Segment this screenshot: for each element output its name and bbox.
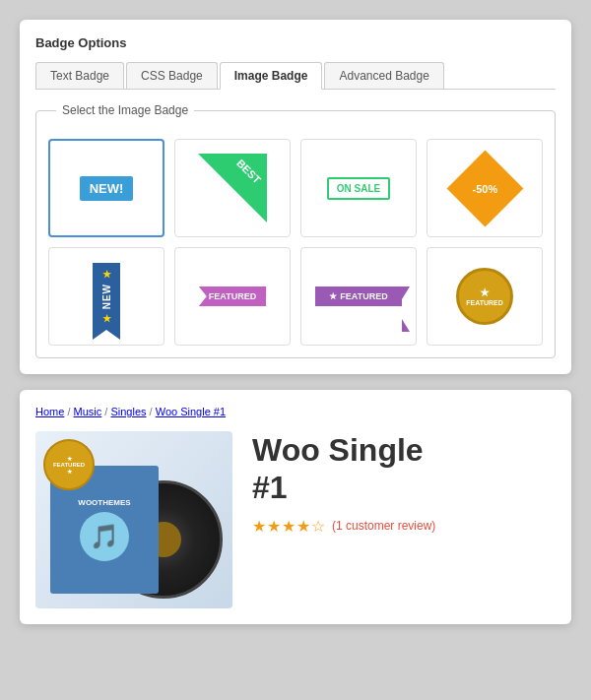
ribbon-new-text: NEW [101,284,112,309]
fieldset-legend: Select the Image Badge [56,103,194,117]
breadcrumb-music[interactable]: Music [74,406,102,417]
product-badge-star: ★ [67,455,72,462]
badge-discount-diamond: -50% [446,150,523,226]
badge-best-ribbon: BEST [198,154,267,223]
tab-css-badge[interactable]: CSS Badge [126,62,218,89]
review-count[interactable]: (1 customer review) [332,519,435,533]
gold-star: ★ [480,286,490,299]
breadcrumb: Home / Music / Singles / Woo Single #1 [35,406,556,417]
tab-advanced-badge[interactable]: Advanced Badge [324,62,443,89]
ribbon-star-bottom: ★ [102,313,111,324]
ribbon-star-top: ★ [102,269,111,280]
product-badge-star-bottom: ★ [67,468,72,475]
badge-cell-4[interactable]: -50% [427,139,543,237]
badge-cell-7[interactable]: FEATURED [300,247,417,346]
badge-cell-6[interactable]: FEATURED [174,247,291,346]
product-title-line1: Woo Single [252,432,424,468]
breadcrumb-singles[interactable]: Singles [110,406,146,417]
breadcrumb-home[interactable]: Home [35,406,64,417]
product-rating: ★★★★☆ (1 customer review) [252,517,556,536]
badge-cell-5[interactable]: ★ NEW ★ [48,247,164,346]
product-info: Woo Single #1 ★★★★☆ (1 customer review) [252,431,556,536]
image-badge-fieldset: Select the Image Badge NEW! BEST ON SALE [35,103,556,358]
badge-featured-purple: FEATURED [315,286,401,306]
badge-cell-1[interactable]: NEW! [48,139,164,237]
product-image-area: ★ FEATURED ★ WOOTHEMES 🎵 [35,431,232,608]
badge-on-sale: ON SALE [327,177,390,200]
product-title-line2: #1 [252,470,288,505]
tab-text-badge[interactable]: Text Badge [35,62,124,89]
badge-new-rect: NEW! [80,176,134,201]
album-face: 🎵 [80,512,129,561]
badge-best-triangle [198,154,267,223]
badge-new-vertical-ribbon: ★ NEW ★ [93,263,120,330]
star-rating: ★★★★☆ [252,517,326,536]
badge-cell-8[interactable]: ★ FEATURED [427,247,543,346]
breadcrumb-product[interactable]: Woo Single #1 [156,406,226,417]
panel-title: Badge Options [35,35,556,50]
badge-featured-pink: FEATURED [199,286,266,306]
product-title: Woo Single #1 [252,431,556,507]
badge-cell-2[interactable]: BEST [174,139,291,237]
product-featured-badge: ★ FEATURED ★ [43,439,95,490]
product-panel: Home / Music / Singles / Woo Single #1 ★… [20,390,571,624]
badge-options-panel: Badge Options Text Badge CSS Badge Image… [20,20,571,374]
badge-cell-3[interactable]: ON SALE [300,139,417,237]
badge-discount-text: -50% [472,182,497,194]
tab-image-badge[interactable]: Image Badge [220,62,323,90]
gold-featured-text: FEATURED [466,299,503,306]
product-content: ★ FEATURED ★ WOOTHEMES 🎵 Woo Single #1 ★… [35,431,556,608]
album-logo: WOOTHEMES [78,498,130,507]
tab-bar: Text Badge CSS Badge Image Badge Advance… [35,62,556,90]
badge-featured-gold: ★ FEATURED [456,268,513,325]
badge-grid: NEW! BEST ON SALE -50% [48,139,543,346]
